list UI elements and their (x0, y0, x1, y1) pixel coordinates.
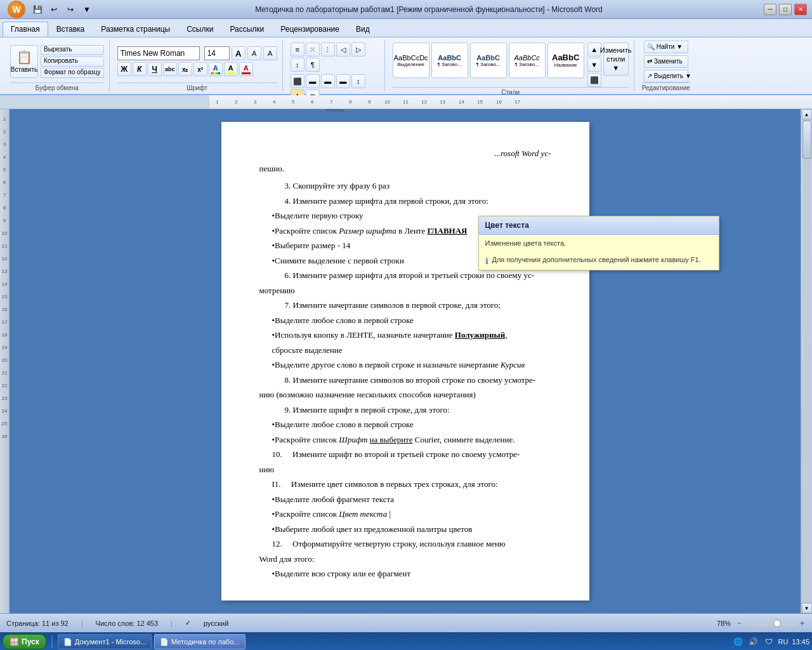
tab-review[interactable]: Рецензирование (272, 22, 348, 37)
bold-button[interactable]: Ж (117, 62, 131, 76)
ribbon-tabs: Главная Вставка Разметка страницы Ссылки… (0, 19, 812, 37)
find-button[interactable]: 🔍Найти▼ (644, 41, 688, 53)
document[interactable]: Цвет текста Изменение цвета текста. ℹ Дл… (221, 122, 589, 600)
paragraph-group: ≡ ⁙ ⋮ ◁ ▷ ↕ ¶ ⬛ ▬ ▬ ▬ ↕ A ⊞ Абзац (285, 40, 385, 91)
style-heading1[interactable]: AaBbC ¶ Загово... (431, 43, 468, 78)
taskbar-item-doc1[interactable]: 📄 Документ1 - Microsо... (58, 634, 152, 649)
doc-intro2: пешно. (259, 162, 551, 175)
scroll-up-arrow[interactable]: ▲ (802, 109, 812, 119)
tab-references[interactable]: Ссылки (178, 22, 221, 37)
doc-bullet-bold: •Используя кнопку в ЛЕНТЕ, назначьте нач… (259, 329, 551, 342)
doc-intro: ...rosoft Word ус- (259, 147, 551, 160)
replace-button[interactable]: ⇄Заменить (644, 55, 688, 68)
highlight-button[interactable]: A (224, 62, 238, 76)
line-spacing-button[interactable]: ↕ (351, 74, 365, 88)
redo-quick-btn[interactable]: ↪ (63, 3, 77, 17)
tab-view[interactable]: Вид (348, 22, 378, 37)
decrease-indent-button[interactable]: ◁ (336, 43, 350, 56)
styles-more[interactable]: ⬛ (587, 73, 601, 87)
tab-home[interactable]: Главная (3, 22, 48, 37)
sep2: | (171, 620, 173, 627)
copy-button[interactable]: Копировать (41, 56, 104, 67)
doc-bullet-select-word2: •Выделите любое слово в первой строке (259, 418, 551, 431)
scroll-down-arrow[interactable]: ▼ (802, 603, 812, 613)
superscript-button[interactable]: х² (193, 62, 207, 76)
font-color-button[interactable]: A (239, 62, 253, 76)
language-indicator[interactable]: RU (778, 638, 789, 646)
multilevel-button[interactable]: ⋮ (321, 43, 335, 56)
increase-indent-button[interactable]: ▷ (351, 43, 365, 56)
taskbar-item-doc2[interactable]: 📄 Методичка по лабо... (154, 634, 246, 649)
start-icon: 🪟 (10, 637, 19, 646)
paste-button[interactable]: 📋 Вставить (10, 45, 38, 78)
system-tray: 🌐 🔊 🛡 RU 13:45 (733, 636, 809, 647)
tab-layout[interactable]: Разметка страницы (93, 22, 178, 37)
doc-item-10-cont: нию (259, 463, 551, 476)
align-right-button[interactable]: ▬ (321, 74, 335, 88)
ruler-mark-17: 17 (514, 99, 520, 105)
styles-scroll-up[interactable]: ▲ (587, 43, 601, 56)
main-area: 1 2 3 4 5 6 7 8 9 10 11 12 13 14 15 16 1… (0, 109, 812, 613)
scroll-track[interactable] (802, 119, 811, 603)
restore-button[interactable]: □ (779, 4, 792, 15)
strikethrough-button[interactable]: аbc (163, 62, 177, 76)
ruler-mark-6: 6 (311, 99, 313, 105)
zoom-in-btn[interactable]: ＋ (799, 618, 806, 628)
undo-quick-btn[interactable]: ↩ (47, 3, 61, 17)
cut-button[interactable]: Вырезать (41, 45, 104, 55)
style-title[interactable]: AaBbC Название (547, 43, 584, 78)
align-center-button[interactable]: ▬ (306, 74, 320, 88)
window-controls: ─ □ ✕ (764, 4, 807, 15)
show-marks-button[interactable]: ¶ (306, 58, 320, 72)
justify-button[interactable]: ▬ (336, 74, 350, 88)
tooltip-hint: ℹ Для получения дополнительных сведений … (479, 252, 719, 270)
select-button[interactable]: ↗Выделить▼ (644, 70, 688, 83)
zoom-level: 78% (717, 620, 731, 627)
office-button[interactable]: W (8, 1, 25, 18)
save-quick-btn[interactable]: 💾 (30, 3, 44, 17)
document-area[interactable]: Цвет текста Изменение цвета текста. ℹ Дл… (10, 109, 801, 613)
scroll-thumb[interactable] (802, 121, 811, 159)
style-normal[interactable]: AaBbCcDc Выделение (393, 43, 429, 78)
font-size-input[interactable]: 14 (204, 46, 230, 60)
bullets-button[interactable]: ≡ (291, 43, 304, 56)
italic-button[interactable]: К (133, 62, 147, 76)
tab-mailings[interactable]: Рассылки (221, 22, 272, 37)
text-effects-button[interactable]: A (209, 62, 223, 76)
sort-button[interactable]: ↕ (291, 58, 304, 72)
style-heading2[interactable]: AaBbC ¶ Загово... (470, 43, 507, 78)
style-heading3[interactable]: AaBbCc ¶ Загово... (509, 43, 546, 78)
ruler-mark-7: 7 (330, 99, 332, 105)
doc-item-bold-cont: сбросьте выделение (259, 344, 551, 357)
clear-format-button[interactable]: А (263, 46, 277, 60)
doc-bullet-select-row2: •Выделите всю строку или ее фрагмент (259, 567, 551, 580)
subscript-button[interactable]: х₂ (178, 62, 192, 76)
close-button[interactable]: ✕ (794, 4, 807, 15)
change-styles-button[interactable]: Изменить стили ▼ (603, 43, 629, 76)
minimize-button[interactable]: ─ (764, 4, 776, 15)
format-painter-button[interactable]: Формат по образцу (41, 68, 104, 78)
page-info: Страница: 11 из 92 (6, 620, 69, 627)
qa-dropdown[interactable]: ▼ (80, 3, 94, 17)
network-icon: 🌐 (733, 636, 744, 647)
font-shrink-button[interactable]: А (247, 46, 261, 60)
ruler-mark-10: 10 (384, 99, 390, 105)
vertical-scrollbar[interactable]: ▲ ▼ (801, 109, 812, 613)
underline-button[interactable]: Ч (148, 62, 162, 76)
ruler-mark-13: 13 (440, 99, 445, 105)
font-label: Шрифт (117, 83, 277, 91)
ruler-mark-1: 1 (216, 99, 218, 105)
align-left-button[interactable]: ⬛ (291, 74, 304, 88)
ruler-mark-11: 11 (403, 99, 409, 105)
font-grow-button[interactable]: А (232, 46, 246, 60)
start-button[interactable]: 🪟 Пуск (3, 634, 46, 649)
numbering-button[interactable]: ⁙ (306, 43, 320, 56)
font-name-input[interactable]: Times New Roman (117, 46, 200, 60)
vertical-ruler: 1 2 3 4 5 6 7 8 9 10 11 12 13 14 15 16 1… (0, 109, 10, 613)
font-row2: Ж К Ч аbc х₂ х² A A A (117, 62, 277, 76)
styles-scroll-down[interactable]: ▼ (587, 58, 601, 72)
tab-insert[interactable]: Вставка (48, 22, 93, 37)
zoom-out-btn[interactable]: － (736, 618, 743, 628)
zoom-slider[interactable] (745, 621, 796, 626)
doc-bullet-courier: •Раскройте список Шрифт на выберите Cour… (259, 434, 551, 446)
